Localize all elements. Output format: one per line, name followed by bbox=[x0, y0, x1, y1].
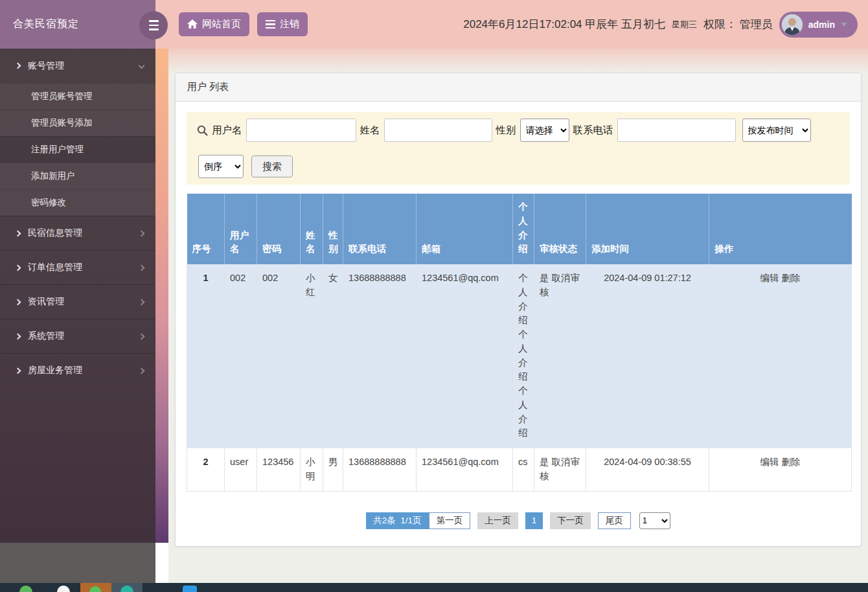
chevron-right-icon bbox=[15, 264, 21, 271]
home-button[interactable]: 网站首页 bbox=[179, 12, 249, 36]
sort-field-select[interactable]: 按发布时间 bbox=[742, 119, 811, 142]
search-icon bbox=[197, 125, 208, 136]
audit-status-text: 是 bbox=[540, 457, 549, 467]
table-body: 1002002小红女136888888881234561@qq.com个人介绍个… bbox=[187, 264, 852, 491]
column-header: 操作 bbox=[709, 194, 852, 264]
cell-audit-status: 是 取消审核 bbox=[534, 264, 586, 448]
sidebar-group-item[interactable]: 房屋业务管理 bbox=[0, 353, 155, 387]
cell-gender: 女 bbox=[323, 264, 343, 448]
sidebar-subitem[interactable]: 注册用户管理 bbox=[0, 136, 155, 163]
list-icon bbox=[266, 20, 275, 29]
page-number-select[interactable]: 1 bbox=[639, 512, 670, 529]
cell-operations: 编辑 删除 bbox=[709, 264, 852, 448]
column-header: 用户名 bbox=[225, 194, 257, 264]
sidebar: 合美民宿预定 账号管理管理员账号管理管理员账号添加注册用户管理添加新用户密码修改… bbox=[0, 0, 155, 543]
search-button[interactable]: 搜索 bbox=[251, 155, 293, 177]
user-menu[interactable]: admin bbox=[779, 12, 858, 38]
gradient-strip bbox=[155, 49, 168, 543]
weekday-text: 星期三 bbox=[672, 19, 697, 30]
sidebar-subitem[interactable]: 添加新用户 bbox=[0, 163, 155, 189]
column-header: 审核状态 bbox=[534, 194, 586, 264]
panel-title: 用户 列表 bbox=[176, 73, 861, 102]
logout-button[interactable]: 注销 bbox=[257, 12, 308, 36]
cell-audit-status: 是 取消审核 bbox=[534, 448, 586, 492]
table-row: 2user123456小明男136888888881234561@qq.comc… bbox=[187, 448, 852, 492]
delete-link[interactable]: 删除 bbox=[782, 457, 801, 467]
column-header: 邮箱 bbox=[417, 194, 513, 264]
sidebar-header: 合美民宿预定 bbox=[0, 0, 155, 49]
cell-email: 1234561@qq.com bbox=[417, 264, 513, 448]
avatar bbox=[782, 14, 803, 35]
sidebar-group-item[interactable]: 系统管理 bbox=[0, 319, 155, 353]
audit-status-text: 是 bbox=[540, 273, 549, 283]
app-title: 合美民宿预定 bbox=[13, 17, 79, 31]
user-list-panel: 用户 列表 用户名 姓名 性别 请选择 联系电话 按发布时间 bbox=[175, 73, 862, 547]
table-row: 1002002小红女136888888881234561@qq.com个人介绍个… bbox=[187, 264, 852, 448]
cell-username: 002 bbox=[225, 264, 257, 448]
cell-name: 小红 bbox=[301, 264, 323, 448]
phone-search-label: 联系电话 bbox=[573, 124, 613, 137]
pagination-current-page: 1 bbox=[525, 512, 543, 529]
pagination-next-button[interactable]: 下一页 bbox=[550, 512, 591, 529]
pagination-last-button[interactable]: 尾页 bbox=[598, 512, 631, 529]
cell-name: 小明 bbox=[301, 448, 323, 492]
home-button-label: 网站首页 bbox=[202, 18, 241, 30]
sidebar-group-item[interactable]: 账号管理 bbox=[0, 49, 155, 83]
column-header: 姓名 bbox=[301, 194, 323, 264]
github-icon[interactable] bbox=[57, 586, 70, 592]
datetime-text: 2024年6月12日17:02:04 甲辰年 五月初七 bbox=[463, 17, 665, 32]
gender-select[interactable]: 请选择 bbox=[520, 119, 569, 142]
chevron-down-icon bbox=[139, 63, 145, 69]
sidebar-group-label: 订单信息管理 bbox=[28, 262, 82, 273]
sidebar-toggle-button[interactable] bbox=[139, 11, 168, 40]
cell-intro: 个人介绍个人介绍个人介绍 bbox=[513, 264, 534, 448]
sort-order-select[interactable]: 倒序 bbox=[198, 155, 244, 178]
blue-app-icon[interactable] bbox=[183, 586, 197, 592]
pagination-summary: 共2条 1/1页 bbox=[366, 512, 428, 529]
sidebar-group-item[interactable]: 民宿信息管理 bbox=[0, 216, 155, 250]
cell-password: 123456 bbox=[257, 448, 301, 492]
cell-username: user bbox=[225, 448, 257, 492]
sidebar-group-item[interactable]: 资讯管理 bbox=[0, 284, 155, 319]
sidebar-subitem[interactable]: 密码修改 bbox=[0, 189, 155, 216]
cell-phone: 13688888888 bbox=[343, 448, 417, 492]
cell-gender: 男 bbox=[323, 448, 343, 492]
sidebar-menu: 账号管理管理员账号管理管理员账号添加注册用户管理添加新用户密码修改民宿信息管理订… bbox=[0, 49, 155, 387]
username-search-input[interactable] bbox=[246, 119, 356, 142]
sidebar-group-item[interactable]: 订单信息管理 bbox=[0, 250, 155, 284]
edit-link[interactable]: 编辑 bbox=[760, 273, 779, 283]
chevron-right-icon bbox=[15, 367, 21, 374]
search-bar: 用户名 姓名 性别 请选择 联系电话 按发布时间 倒序 搜索 bbox=[187, 112, 850, 185]
username-label: admin bbox=[808, 19, 835, 30]
sidebar-submenu: 管理员账号管理管理员账号添加注册用户管理添加新用户密码修改 bbox=[0, 83, 155, 216]
pagination-first-button[interactable]: 第一页 bbox=[429, 512, 471, 529]
name-search-input[interactable] bbox=[384, 119, 492, 142]
cell-password: 002 bbox=[257, 264, 301, 448]
topbar: 网站首页 注销 2024年6月12日17:02:04 甲辰年 五月初七 星期三 … bbox=[155, 0, 868, 49]
sidebar-subitem[interactable]: 管理员账号管理 bbox=[0, 83, 155, 109]
cell-seq: 1 bbox=[187, 264, 225, 448]
pagination-prev-button[interactable]: 上一页 bbox=[477, 512, 518, 529]
gender-search-label: 性别 bbox=[496, 124, 516, 137]
sidebar-footer-area bbox=[0, 543, 155, 583]
edit-link[interactable]: 编辑 bbox=[760, 457, 779, 467]
column-header: 序号 bbox=[187, 194, 225, 264]
delete-link[interactable]: 删除 bbox=[782, 273, 801, 283]
permission-text: 权限： 管理员 bbox=[703, 17, 773, 32]
main-content: 用户 列表 用户名 姓名 性别 请选择 联系电话 按发布时间 bbox=[168, 49, 868, 583]
chevron-right-icon bbox=[139, 264, 145, 271]
green-app-icon[interactable] bbox=[19, 586, 32, 592]
cell-operations: 编辑 删除 bbox=[709, 448, 852, 492]
column-header: 添加时间 bbox=[586, 194, 709, 264]
sidebar-group-label: 系统管理 bbox=[28, 330, 64, 342]
column-header: 性别 bbox=[323, 194, 343, 264]
chevron-down-icon bbox=[841, 23, 847, 27]
cell-intro: cs bbox=[513, 448, 534, 492]
chevron-right-icon bbox=[15, 230, 21, 236]
phone-search-input[interactable] bbox=[617, 119, 736, 142]
column-header: 个人介绍 bbox=[513, 194, 534, 264]
sidebar-group-label: 房屋业务管理 bbox=[28, 365, 82, 376]
sidebar-subitem[interactable]: 管理员账号添加 bbox=[0, 109, 155, 136]
topbar-right: 2024年6月12日17:02:04 甲辰年 五月初七 星期三 权限： 管理员 … bbox=[463, 12, 858, 38]
taskbar bbox=[0, 583, 868, 592]
